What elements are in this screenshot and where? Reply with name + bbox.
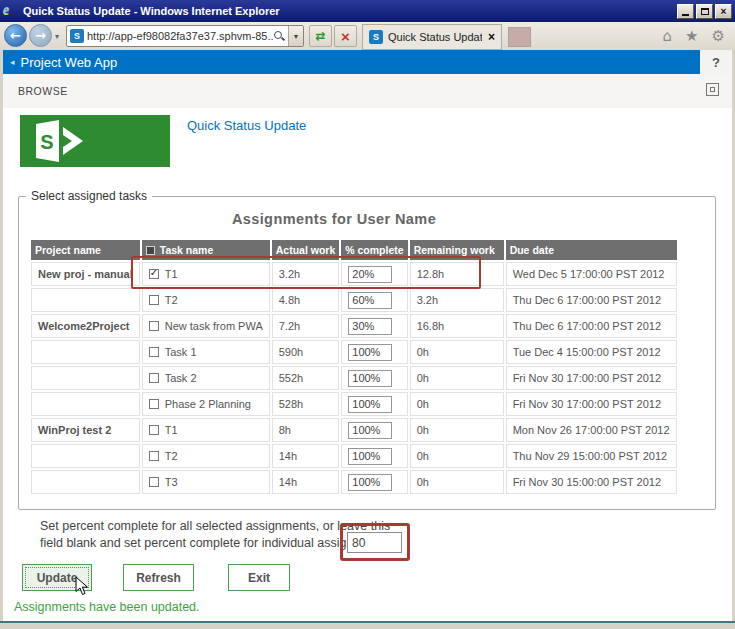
minimize-button[interactable] bbox=[677, 4, 694, 19]
task-name-label: New task from PWA bbox=[165, 320, 263, 332]
home-icon[interactable]: ⌂ bbox=[663, 27, 673, 45]
task-name-cell: Task 2 bbox=[142, 366, 270, 390]
actual-work-cell: 14h bbox=[272, 470, 340, 494]
table-row: Welcome2Project New task from PWA 7.2h 1… bbox=[31, 314, 677, 338]
status-message: Assignments have been updated. bbox=[14, 600, 200, 614]
task-name-cell: T2 bbox=[142, 288, 270, 312]
recent-pages-dropdown-icon[interactable]: ▾ bbox=[55, 32, 59, 41]
favorites-star-icon[interactable]: ★ bbox=[685, 27, 698, 45]
percent-complete-cell bbox=[341, 288, 407, 312]
task-name-cell: Phase 2 Planning bbox=[142, 392, 270, 416]
remaining-work-cell: 0h bbox=[410, 470, 504, 494]
focus-on-content-icon[interactable] bbox=[706, 83, 719, 96]
new-tab-button[interactable] bbox=[508, 27, 531, 47]
percent-complete-cell bbox=[341, 444, 407, 468]
column-header-percent-complete: % complete bbox=[341, 240, 407, 260]
ribbon-bar: BROWSE bbox=[3, 74, 732, 108]
select-all-checkbox[interactable] bbox=[146, 246, 155, 255]
table-row: T3 14h 0h Fri Nov 30 15:00:00 PST 2012 bbox=[31, 470, 677, 494]
percent-complete-input[interactable] bbox=[348, 370, 392, 387]
project-name-cell bbox=[31, 366, 140, 390]
task-name-cell: T3 bbox=[142, 470, 270, 494]
task-checkbox[interactable] bbox=[149, 269, 159, 279]
task-checkbox[interactable] bbox=[149, 347, 159, 357]
percent-complete-cell bbox=[341, 340, 407, 364]
assignments-table: Project name Task name Actual work % com… bbox=[29, 238, 679, 496]
fieldset-legend: Select assigned tasks bbox=[26, 189, 152, 203]
project-name-cell bbox=[31, 288, 140, 312]
task-name-label: T2 bbox=[165, 450, 178, 462]
close-button[interactable]: × bbox=[715, 4, 732, 19]
percent-complete-input[interactable] bbox=[348, 266, 392, 283]
actual-work-cell: 528h bbox=[272, 392, 340, 416]
project-name-cell bbox=[31, 444, 140, 468]
exit-button[interactable]: Exit bbox=[228, 564, 290, 591]
project-name-cell bbox=[31, 340, 140, 364]
browser-tab[interactable]: S Quick Status Update × bbox=[362, 24, 502, 50]
task-checkbox[interactable] bbox=[149, 373, 159, 383]
sharepoint-favicon: S bbox=[70, 29, 84, 43]
column-header-task-name: Task name bbox=[142, 240, 270, 260]
percent-complete-input[interactable] bbox=[348, 318, 392, 335]
address-dropdown-icon[interactable]: ▼ bbox=[288, 26, 303, 46]
browser-toolbar: ← → ▾ S http://app-ef98082fa37e37.sphvm-… bbox=[0, 22, 735, 50]
url-text[interactable]: http://app-ef98082fa37e37.sphvm-85... bbox=[84, 30, 273, 42]
task-checkbox[interactable] bbox=[149, 321, 159, 331]
task-checkbox[interactable] bbox=[149, 477, 159, 487]
task-checkbox[interactable] bbox=[149, 425, 159, 435]
percent-complete-cell bbox=[341, 366, 407, 390]
due-date-cell: Thu Nov 29 15:00:00 PST 2012 bbox=[506, 444, 677, 468]
settings-gear-icon[interactable]: ⚙ bbox=[712, 27, 725, 45]
table-row: T2 4.8h 3.2h Thu Dec 6 17:00:00 PST 2012 bbox=[31, 288, 677, 312]
page-content: ◂ Project Web App ? BROWSE S Quick Statu… bbox=[3, 50, 732, 621]
remaining-work-cell: 12.8h bbox=[410, 262, 504, 286]
sharepoint-logo-glyph: S bbox=[34, 120, 92, 162]
task-name-cell: T1 bbox=[142, 262, 270, 286]
window-titlebar[interactable]: e Quick Status Update - Windows Internet… bbox=[0, 0, 735, 22]
refresh-button[interactable]: Refresh bbox=[123, 564, 194, 591]
percent-complete-input[interactable] bbox=[348, 396, 392, 413]
suite-bar-title: Project Web App bbox=[21, 55, 118, 70]
task-name-label: T1 bbox=[165, 424, 178, 436]
table-row: New proj - manual T1 3.2h 12.8h Wed Dec … bbox=[31, 262, 677, 286]
percent-complete-cell bbox=[341, 470, 407, 494]
column-header-project-name: Project name bbox=[31, 240, 140, 260]
help-button[interactable]: ? bbox=[700, 50, 732, 74]
task-name-cell: T2 bbox=[142, 444, 270, 468]
due-date-cell: Mon Nov 26 17:00:00 PST 2012 bbox=[506, 418, 677, 442]
task-checkbox[interactable] bbox=[149, 295, 159, 305]
percent-complete-cell bbox=[341, 392, 407, 416]
remaining-work-cell: 0h bbox=[410, 418, 504, 442]
task-name-label: Task 2 bbox=[165, 372, 197, 384]
due-date-cell: Fri Nov 30 17:00:00 PST 2012 bbox=[506, 366, 677, 390]
project-name-cell: New proj - manual bbox=[31, 262, 140, 286]
actual-work-cell: 7.2h bbox=[272, 314, 340, 338]
percent-complete-input[interactable] bbox=[348, 474, 392, 491]
table-row: Task 1 590h 0h Tue Dec 4 15:00:00 PST 20… bbox=[31, 340, 677, 364]
task-checkbox[interactable] bbox=[149, 451, 159, 461]
percent-complete-input[interactable] bbox=[348, 422, 392, 439]
ribbon-tab-browse[interactable]: BROWSE bbox=[18, 85, 68, 97]
table-title: Assignments for User Name bbox=[29, 211, 639, 227]
percent-complete-input[interactable] bbox=[348, 448, 392, 465]
due-date-cell: Thu Dec 6 17:00:00 PST 2012 bbox=[506, 288, 677, 312]
address-bar[interactable]: S http://app-ef98082fa37e37.sphvm-85... … bbox=[66, 25, 304, 47]
forward-button[interactable]: → bbox=[29, 24, 52, 47]
project-name-cell bbox=[31, 392, 140, 416]
maximize-button[interactable] bbox=[696, 4, 713, 19]
tab-close-icon[interactable]: × bbox=[488, 30, 495, 44]
project-name-cell: WinProj test 2 bbox=[31, 418, 140, 442]
back-button[interactable]: ← bbox=[4, 24, 27, 47]
remaining-work-cell: 16.8h bbox=[410, 314, 504, 338]
task-checkbox[interactable] bbox=[149, 399, 159, 409]
actual-work-cell: 552h bbox=[272, 366, 340, 390]
remaining-work-cell: 0h bbox=[410, 366, 504, 390]
percent-complete-cell bbox=[341, 262, 407, 286]
percent-complete-input[interactable] bbox=[348, 344, 392, 361]
stop-icon[interactable]: × bbox=[334, 25, 357, 47]
page-title-link[interactable]: Quick Status Update bbox=[187, 118, 306, 133]
search-icon[interactable] bbox=[273, 30, 286, 43]
bulk-percent-input[interactable] bbox=[347, 532, 402, 553]
percent-complete-input[interactable] bbox=[348, 292, 392, 309]
refresh-icon[interactable]: ⇄ bbox=[309, 25, 332, 47]
